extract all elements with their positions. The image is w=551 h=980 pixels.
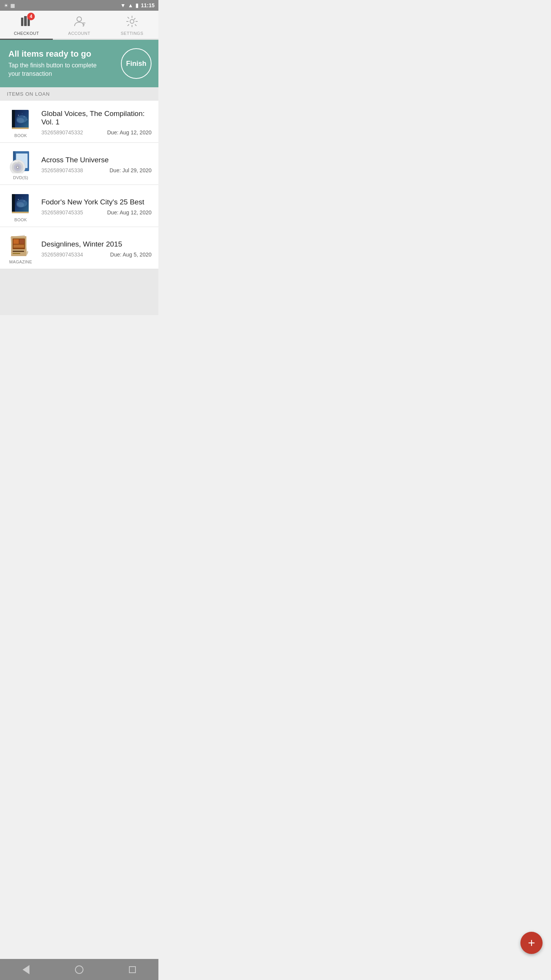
- item-title-2: Across The Universe: [41, 156, 152, 164]
- svg-point-14: [16, 118, 24, 123]
- tab-account[interactable]: ACCOUNT: [53, 11, 106, 39]
- item-barcode-1: 35265890745332: [41, 129, 83, 136]
- item-meta-4: 35265890745334 Due: Aug 5, 2020: [41, 252, 152, 258]
- svg-rect-44: [13, 253, 20, 254]
- svg-rect-42: [13, 245, 24, 248]
- list-item[interactable]: BOOK Fodor's New York City's 25 Best 352…: [0, 185, 158, 227]
- svg-rect-0: [21, 18, 23, 26]
- svg-rect-43: [13, 251, 24, 252]
- item-title-3: Fodor's New York City's 25 Best: [41, 198, 152, 206]
- svg-rect-30: [12, 194, 15, 213]
- finish-button[interactable]: Finish: [121, 48, 152, 79]
- item-meta-2: 35265890745338 Due: Jul 29, 2020: [41, 167, 152, 173]
- item-details-4: Designlines, Winter 2015 35265890745334 …: [41, 240, 152, 258]
- checkout-badge: 4: [27, 13, 35, 20]
- svg-point-34: [24, 201, 24, 201]
- status-left-icons: ☀ ▦: [4, 3, 15, 8]
- item-type-3: BOOK: [15, 217, 27, 222]
- lower-background: [0, 269, 158, 315]
- svg-point-35: [22, 198, 22, 198]
- item-media-2: DVD(s): [5, 149, 36, 180]
- section-header: ITEMS ON LOAN: [0, 87, 158, 101]
- item-details-2: Across The Universe 35265890745338 Due: …: [41, 156, 152, 173]
- svg-rect-40: [13, 239, 19, 244]
- account-tab-label: ACCOUNT: [68, 31, 90, 36]
- status-banner: All items ready to go Tap the finish but…: [0, 40, 158, 87]
- item-barcode-4: 35265890745334: [41, 252, 83, 258]
- item-media-3: BOOK: [5, 191, 36, 222]
- item-meta-1: 35265890745332 Due: Aug 12, 2020: [41, 129, 152, 136]
- svg-point-33: [18, 199, 19, 200]
- tab-settings[interactable]: SETTINGS: [106, 11, 158, 39]
- settings-tab-label: SETTINGS: [121, 31, 143, 36]
- svg-point-32: [16, 202, 24, 207]
- item-due-4: Due: Aug 5, 2020: [110, 252, 152, 258]
- magazine-icon-4: [7, 233, 34, 258]
- svg-rect-2: [24, 17, 27, 26]
- status-bar: ☀ ▦ ▼ ▲ ▮ 11:15: [0, 0, 158, 11]
- settings-icon: [125, 15, 139, 30]
- status-icon-2: ▦: [10, 3, 15, 8]
- item-meta-3: 35265890745335 Due: Aug 12, 2020: [41, 209, 152, 216]
- battery-icon: ▮: [135, 2, 139, 8]
- item-title-1: Global Voices, The Compilation: Vol. 1: [41, 109, 152, 126]
- svg-point-28: [17, 167, 18, 168]
- book-icon-3: [7, 191, 34, 216]
- list-item[interactable]: MAGAZINE Designlines, Winter 2015 352658…: [0, 227, 158, 269]
- banner-subtext: Tap the finish button to complete your t…: [8, 61, 104, 78]
- svg-point-10: [130, 20, 134, 23]
- dvd-icon-2: [7, 149, 34, 174]
- status-icon-1: ☀: [4, 3, 8, 8]
- item-due-1: Due: Aug 12, 2020: [107, 129, 152, 136]
- banner-heading: All items ready to go: [8, 49, 104, 59]
- item-title-4: Designlines, Winter 2015: [41, 240, 152, 248]
- svg-point-17: [22, 113, 22, 114]
- clock: 11:15: [141, 2, 155, 8]
- item-media-1: BOOK: [5, 107, 36, 138]
- item-details-3: Fodor's New York City's 25 Best 35265890…: [41, 198, 152, 216]
- item-details-1: Global Voices, The Compilation: Vol. 1 3…: [41, 109, 152, 136]
- item-type-4: MAGAZINE: [9, 260, 32, 264]
- banner-text-block: All items ready to go Tap the finish but…: [8, 49, 104, 78]
- svg-rect-36: [12, 212, 29, 213]
- tab-checkout[interactable]: 4 CHECKOUT: [0, 11, 53, 40]
- item-barcode-2: 35265890745338: [41, 167, 83, 173]
- tab-bar: 4 CHECKOUT ACCOUNT: [0, 11, 158, 40]
- checkout-tab-label: CHECKOUT: [14, 31, 39, 36]
- item-due-3: Due: Aug 12, 2020: [107, 209, 152, 216]
- list-item[interactable]: BOOK Global Voices, The Compilation: Vol…: [0, 101, 158, 143]
- signal-icon: ▲: [128, 2, 133, 8]
- svg-point-16: [24, 116, 24, 117]
- status-right-icons: ▼ ▲ ▮ 11:15: [120, 2, 155, 8]
- item-barcode-3: 35265890745335: [41, 209, 83, 216]
- svg-rect-3: [24, 16, 27, 17]
- book-icon-1: [7, 107, 34, 132]
- item-due-2: Due: Jul 29, 2020: [109, 167, 152, 173]
- item-media-4: MAGAZINE: [5, 233, 36, 264]
- svg-point-18: [27, 119, 28, 120]
- item-type-1: BOOK: [15, 133, 27, 138]
- svg-rect-41: [20, 239, 24, 244]
- account-icon: [72, 15, 86, 30]
- svg-point-6: [77, 17, 82, 21]
- items-list: BOOK Global Voices, The Compilation: Vol…: [0, 101, 158, 269]
- item-type-2: DVD(s): [13, 175, 28, 180]
- list-item[interactable]: DVD(s) Across The Universe 3526589074533…: [0, 143, 158, 185]
- svg-rect-1: [21, 18, 23, 19]
- svg-rect-19: [12, 127, 29, 129]
- wifi-icon: ▼: [120, 2, 126, 8]
- svg-rect-12: [12, 110, 15, 129]
- svg-point-15: [18, 115, 19, 116]
